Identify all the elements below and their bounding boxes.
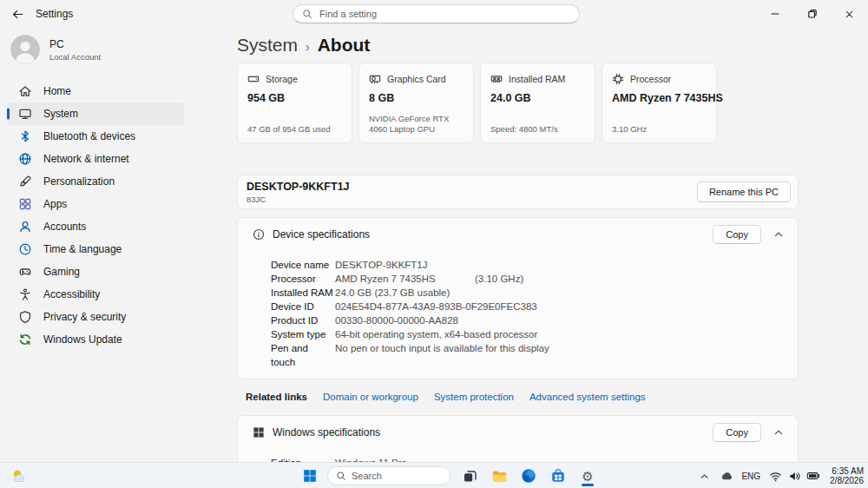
spec-row: Installed RAM 24.0 GB (23.7 GB usable) bbox=[271, 286, 786, 300]
spec-label: System type bbox=[271, 327, 335, 341]
restore-button[interactable] bbox=[793, 0, 831, 28]
sidebar: PC Local Account Home System Bluetooth &… bbox=[0, 28, 234, 462]
graphics-card-icon bbox=[369, 73, 381, 85]
sidebar-item-gaming[interactable]: Gaming bbox=[7, 260, 184, 283]
storage-card: Storage 954 GB 47 GB of 954 GB used bbox=[237, 63, 352, 143]
windows-update-icon bbox=[18, 333, 32, 346]
ram-icon bbox=[490, 73, 503, 85]
accessibility-icon bbox=[18, 287, 32, 301]
link-system-protection[interactable]: System protection bbox=[434, 392, 514, 402]
rename-pc-button[interactable]: Rename this PC bbox=[697, 181, 791, 202]
sidebar-item-bluetooth-devices[interactable]: Bluetooth & devices bbox=[7, 125, 184, 148]
sidebar-item-apps[interactable]: Apps bbox=[7, 193, 184, 215]
copy-windows-specs-button[interactable]: Copy bbox=[713, 423, 761, 442]
breadcrumb-separator-icon: › bbox=[306, 40, 310, 54]
card-value: 24.0 GB bbox=[490, 92, 585, 104]
info-icon bbox=[253, 228, 265, 241]
sidebar-item-privacy-security[interactable]: Privacy & security bbox=[7, 306, 184, 328]
spec-value-cell: 00330-80000-00000-AA828 bbox=[335, 313, 786, 327]
search-icon bbox=[336, 471, 346, 481]
windows-specifications-body: Edition Windows 11 Pro bbox=[238, 448, 798, 462]
minimize-button[interactable] bbox=[756, 0, 793, 28]
volume-icon bbox=[786, 468, 802, 484]
section-title: Device specifications bbox=[273, 228, 370, 241]
card-value: AMD Ryzen 7 7435HS bbox=[612, 92, 707, 104]
spec-label: Device ID bbox=[271, 300, 335, 313]
processor-card: Processor AMD Ryzen 7 7435HS 3.10 GHz bbox=[602, 63, 717, 143]
card-detail: Speed: 4800 MT/s bbox=[490, 124, 585, 135]
sidebar-item-accessibility[interactable]: Accessibility bbox=[7, 283, 184, 306]
spec-row: Device ID 024E54D4-877A-43A9-893B-0F29E0… bbox=[271, 300, 786, 313]
gear-icon: ⚙ bbox=[582, 470, 593, 483]
sidebar-item-windows-update[interactable]: Windows Update bbox=[7, 328, 184, 351]
spec-value: Windows 11 Pro bbox=[335, 456, 475, 462]
account-button[interactable]: PC Local Account bbox=[10, 35, 234, 64]
network-icon bbox=[18, 152, 32, 166]
spec-value-cell: 024E54D4-877A-43A9-893B-0F29E0FEC383 bbox=[335, 300, 786, 313]
hidden-icons-chevron[interactable] bbox=[696, 468, 712, 484]
installed-ram-card: Installed RAM 24.0 GB Speed: 4800 MT/s bbox=[480, 63, 595, 143]
copy-device-specs-button[interactable]: Copy bbox=[713, 225, 761, 244]
storage-icon bbox=[247, 73, 260, 85]
spec-value-cell: No pen or touch input is available for t… bbox=[335, 341, 786, 369]
device-specifications-header[interactable]: Device specifications Copy bbox=[238, 218, 798, 250]
sidebar-item-label: System bbox=[43, 108, 78, 120]
spec-row: Product ID 00330-80000-00000-AA828 bbox=[271, 313, 786, 327]
spec-value: 00330-80000-00000-AA828 bbox=[335, 313, 475, 327]
system-icon bbox=[18, 107, 32, 121]
system-tray: ENG 6:35 AM 2/8/2026 bbox=[696, 463, 864, 488]
edge-icon[interactable] bbox=[518, 465, 539, 487]
task-view-icon[interactable] bbox=[459, 465, 480, 487]
spec-label: Product ID bbox=[271, 313, 335, 327]
windows-specifications-header[interactable]: Windows specifications Copy bbox=[238, 416, 798, 448]
weather-icon[interactable] bbox=[10, 467, 28, 485]
sidebar-nav: Home System Bluetooth & devices Network … bbox=[0, 80, 234, 351]
settings-search-input[interactable] bbox=[319, 9, 570, 19]
tray-app-icon[interactable] bbox=[719, 468, 734, 484]
sidebar-item-time-language[interactable]: Time & language bbox=[7, 238, 184, 260]
card-label: Graphics Card bbox=[387, 74, 446, 84]
spec-value-cell: AMD Ryzen 7 7435HS(3.10 GHz) bbox=[335, 272, 786, 286]
back-button[interactable] bbox=[4, 3, 30, 25]
spec-value-cell: 64-bit operating system, x64-based proce… bbox=[335, 327, 786, 341]
sidebar-item-personalization[interactable]: Personalization bbox=[7, 170, 184, 193]
settings-taskbar-icon[interactable]: ⚙ bbox=[577, 465, 598, 487]
taskbar-search-input[interactable] bbox=[352, 471, 442, 481]
spec-value: 024E54D4-877A-43A9-893B-0F29E0FEC383 bbox=[335, 300, 537, 313]
quick-settings[interactable] bbox=[767, 468, 821, 484]
microsoft-store-icon[interactable] bbox=[548, 465, 569, 487]
sidebar-item-system[interactable]: System bbox=[7, 102, 184, 125]
sidebar-item-accounts[interactable]: Accounts bbox=[7, 215, 184, 238]
window-controls bbox=[756, 0, 868, 28]
windows-specifications-card: Windows specifications Copy Edition Wind… bbox=[237, 415, 799, 462]
spec-value: No pen or touch input is available for t… bbox=[335, 341, 549, 355]
windows-logo-icon bbox=[253, 426, 265, 439]
link-domain-or-workgroup[interactable]: Domain or workgroup bbox=[323, 392, 418, 402]
sidebar-item-label: Windows Update bbox=[43, 333, 122, 346]
spec-value-cell: 24.0 GB (23.7 GB usable) bbox=[335, 286, 786, 300]
taskbar-search-box bbox=[327, 466, 450, 485]
language-indicator[interactable]: ENG bbox=[741, 472, 760, 481]
card-detail: 3.10 GHz bbox=[612, 124, 707, 135]
time-language-icon bbox=[18, 242, 32, 256]
battery-icon bbox=[806, 468, 821, 484]
chevron-up-icon[interactable] bbox=[771, 425, 786, 440]
spec-extra: (3.10 GHz) bbox=[475, 274, 523, 284]
sidebar-item-network-internet[interactable]: Network & internet bbox=[7, 148, 184, 170]
card-value: 954 GB bbox=[247, 92, 342, 104]
personalization-icon bbox=[18, 175, 32, 188]
close-button[interactable] bbox=[831, 0, 868, 28]
device-name: DESKTOP-9KKFT1J bbox=[247, 181, 350, 193]
wifi-icon bbox=[767, 468, 783, 484]
spec-row: Pen and touch No pen or touch input is a… bbox=[271, 341, 786, 369]
breadcrumb-system[interactable]: System bbox=[237, 35, 298, 56]
sidebar-item-home[interactable]: Home bbox=[7, 80, 184, 102]
chevron-up-icon[interactable] bbox=[771, 227, 786, 242]
spec-label: Processor bbox=[271, 272, 335, 286]
sidebar-item-label: Bluetooth & devices bbox=[43, 130, 135, 142]
clock[interactable]: 6:35 AM 2/8/2026 bbox=[830, 466, 864, 485]
start-button[interactable] bbox=[301, 467, 319, 485]
bluetooth-icon bbox=[18, 129, 32, 143]
link-advanced-system-settings[interactable]: Advanced system settings bbox=[529, 392, 646, 402]
file-explorer-icon[interactable] bbox=[489, 465, 510, 487]
